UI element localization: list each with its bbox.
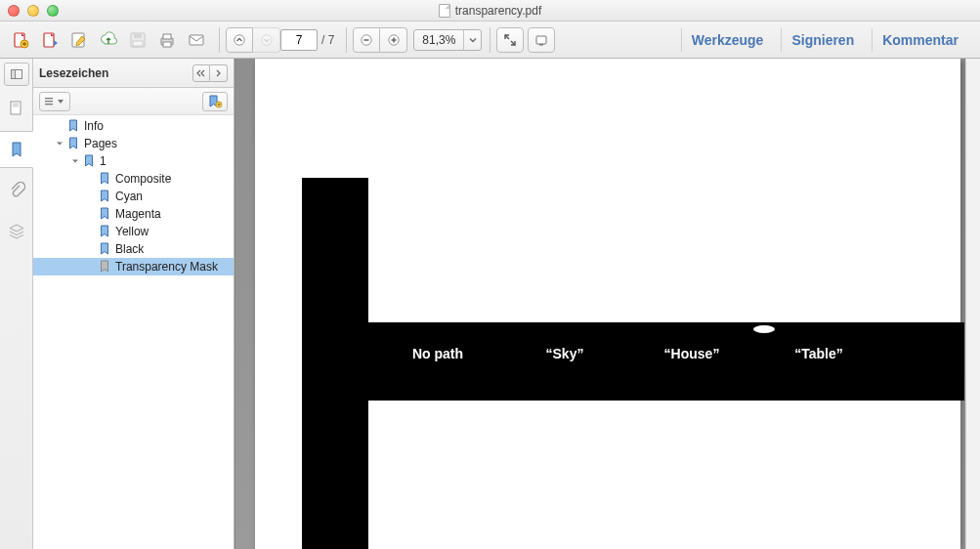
disclosure-triangle-icon[interactable] <box>55 139 64 148</box>
print-button[interactable] <box>152 27 182 53</box>
svg-rect-10 <box>190 35 203 45</box>
fit-page-button[interactable] <box>496 27 524 53</box>
bookmark-label: Pages <box>84 137 117 150</box>
svg-rect-20 <box>13 104 19 105</box>
tools-panel-toggle[interactable]: Werkzeuge <box>681 28 774 52</box>
bookmark-node[interactable]: Transparency Mask <box>33 258 234 275</box>
page-up-button[interactable] <box>226 27 253 53</box>
window-minimize-button[interactable] <box>27 5 39 17</box>
page-label: “House” <box>628 346 755 361</box>
navigation-rail <box>0 59 33 549</box>
page-art-horizontal <box>368 322 964 401</box>
cloud-upload-button[interactable] <box>94 27 123 53</box>
bookmark-node[interactable]: Yellow <box>33 223 234 240</box>
svg-rect-24 <box>45 104 53 105</box>
bookmark-node[interactable]: 1 <box>33 152 234 170</box>
page-down-button[interactable] <box>253 27 280 53</box>
zoom-in-button[interactable] <box>380 27 407 53</box>
svg-rect-21 <box>13 106 19 106</box>
svg-point-11 <box>234 34 244 44</box>
page-label: “Table” <box>755 346 882 361</box>
sidebar-collapse-button[interactable] <box>192 64 210 82</box>
page-art-labels: No path“Sky”“House”“Table” <box>368 346 960 361</box>
bookmark-node[interactable]: Composite <box>33 170 234 188</box>
svg-rect-15 <box>536 36 546 44</box>
svg-rect-8 <box>163 34 171 39</box>
bookmark-options-button[interactable] <box>39 92 70 111</box>
read-mode-button[interactable] <box>528 27 555 53</box>
zoom-level-label: 81,3% <box>414 33 463 47</box>
svg-rect-5 <box>134 33 142 38</box>
new-bookmark-button[interactable] <box>202 92 228 111</box>
bookmark-icon <box>98 260 111 274</box>
save-button[interactable] <box>123 27 152 53</box>
attachments-tab[interactable] <box>0 172 33 209</box>
bookmark-icon <box>66 137 80 150</box>
page-label: “Sky” <box>501 346 628 361</box>
bookmark-node[interactable]: Black <box>33 240 234 258</box>
bookmark-label: Composite <box>115 172 171 186</box>
export-pdf-button[interactable] <box>35 27 64 53</box>
bookmarks-tab[interactable] <box>0 131 33 168</box>
svg-rect-22 <box>45 98 53 99</box>
window-close-button[interactable] <box>8 5 20 17</box>
thumbnails-tab[interactable] <box>0 90 33 127</box>
svg-point-12 <box>261 34 271 44</box>
bookmark-label: Magenta <box>115 207 161 221</box>
svg-rect-6 <box>133 41 143 46</box>
document-viewport[interactable]: No path“Sky”“House”“Table” <box>234 59 980 549</box>
page-total-label: / 7 <box>318 33 338 47</box>
bookmarks-sidebar: Lesezeichen InfoPages1CompositeCyanMagen… <box>33 59 234 549</box>
page-label: No path <box>374 346 501 361</box>
bookmark-icon <box>98 172 111 186</box>
svg-rect-16 <box>539 44 543 46</box>
window-titlebar: transparency.pdf <box>0 0 980 21</box>
document-icon <box>439 4 450 18</box>
page-art-vertical <box>302 178 368 549</box>
page-art-blob <box>753 325 775 333</box>
svg-rect-9 <box>163 42 171 47</box>
bookmark-label: Yellow <box>115 225 149 238</box>
bookmark-node[interactable]: Magenta <box>33 205 234 223</box>
bookmark-icon <box>66 119 80 133</box>
collapse-sidebar-button[interactable] <box>4 63 29 86</box>
bookmark-label: Cyan <box>115 190 143 203</box>
create-pdf-button[interactable] <box>6 27 35 53</box>
bookmarks-tree[interactable]: InfoPages1CompositeCyanMagentaYellowBlac… <box>33 115 234 549</box>
zoom-level-select[interactable]: 81,3% <box>413 29 482 51</box>
svg-rect-23 <box>45 101 53 102</box>
zoom-out-button[interactable] <box>353 27 380 53</box>
window-title: transparency.pdf <box>455 4 542 18</box>
chevron-down-icon <box>463 30 481 50</box>
main-toolbar: / 7 81,3% Werkzeuge Signieren Kommentar <box>0 21 980 59</box>
bookmark-node[interactable]: Cyan <box>33 188 234 205</box>
window-zoom-button[interactable] <box>47 5 59 17</box>
bookmark-icon <box>98 225 111 238</box>
vertical-scrollbar[interactable] <box>965 59 980 549</box>
bookmark-label: 1 <box>100 154 107 168</box>
svg-rect-18 <box>11 70 15 79</box>
sidebar-title: Lesezeichen <box>39 66 192 80</box>
edit-button[interactable] <box>64 27 94 53</box>
comment-panel-toggle[interactable]: Kommentar <box>872 28 968 52</box>
bookmark-node[interactable]: Pages <box>33 135 234 152</box>
sidebar-expand-button[interactable] <box>210 64 228 82</box>
disclosure-triangle-icon[interactable] <box>70 156 80 166</box>
bookmark-node[interactable]: Info <box>33 117 234 135</box>
bookmark-icon <box>98 242 111 256</box>
bookmark-icon <box>98 207 111 221</box>
bookmark-icon <box>82 154 96 168</box>
bookmark-label: Transparency Mask <box>115 260 218 274</box>
bookmark-label: Black <box>115 242 144 256</box>
sign-panel-toggle[interactable]: Signieren <box>781 28 864 52</box>
page-number-input[interactable] <box>280 29 318 51</box>
bookmark-icon <box>98 190 111 203</box>
layers-tab[interactable] <box>0 213 33 250</box>
svg-rect-19 <box>11 102 21 114</box>
email-button[interactable] <box>182 27 211 53</box>
pdf-page: No path“Sky”“House”“Table” <box>255 59 960 549</box>
bookmark-label: Info <box>84 119 104 133</box>
